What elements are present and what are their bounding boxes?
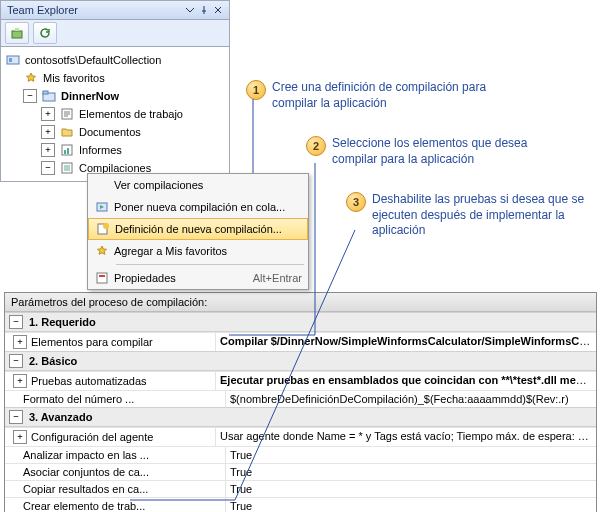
row-items-to-build[interactable]: +Elementos para compilar Compilar $/Dinn…	[5, 332, 596, 351]
svg-rect-8	[64, 150, 66, 154]
panel-toolbar	[1, 20, 229, 47]
section-required[interactable]: −1. Requerido	[5, 312, 596, 332]
panel-titlebar: Team Explorer	[1, 1, 229, 20]
expand-icon[interactable]: +	[41, 107, 55, 121]
section-basic[interactable]: −2. Básico	[5, 351, 596, 371]
svg-rect-5	[43, 91, 48, 94]
reports-label: Informes	[79, 144, 122, 156]
menu-view-builds[interactable]: Ver compilaciones	[88, 174, 308, 196]
svg-rect-0	[12, 31, 22, 38]
row-number-format[interactable]: Formato del número ...$(nombreDeDefinici…	[5, 390, 596, 407]
folder-icon	[59, 125, 75, 139]
workitems-icon	[59, 107, 75, 121]
server-icon	[5, 53, 21, 67]
context-menu: Ver compilaciones Poner nueva compilació…	[87, 173, 309, 290]
callout-number-2: 2	[306, 136, 326, 156]
row-agent[interactable]: +Configuración del agente Usar agente do…	[5, 427, 596, 446]
menu-separator	[116, 264, 304, 265]
row-auto-tests[interactable]: +Pruebas automatizadas Ejecutar pruebas …	[5, 371, 596, 390]
expand-icon[interactable]: +	[13, 335, 27, 349]
collection-node[interactable]: contosotfs\DefaultCollection	[5, 51, 227, 69]
expand-icon[interactable]: +	[41, 125, 55, 139]
svg-rect-3	[9, 58, 12, 62]
project-node[interactable]: − DinnerNow	[5, 87, 227, 105]
dropdown-icon[interactable]	[185, 5, 195, 15]
svg-point-13	[103, 223, 109, 229]
documents-node[interactable]: + Documentos	[5, 123, 227, 141]
new-icon	[91, 222, 115, 236]
svg-rect-14	[97, 273, 107, 283]
svg-rect-2	[7, 56, 19, 64]
row-create-wi[interactable]: Crear elemento de trab...True	[5, 497, 596, 512]
team-explorer-panel: Team Explorer contosotfs\DefaultCollecti…	[0, 0, 230, 182]
star-icon	[90, 245, 114, 257]
shortcut-label: Alt+Entrar	[253, 272, 302, 284]
expand-icon[interactable]: +	[13, 374, 27, 388]
menu-new-build-definition[interactable]: Definición de nueva compilación...	[88, 218, 308, 240]
toolbar-button-1[interactable]	[5, 22, 29, 44]
callout-number-3: 3	[346, 192, 366, 212]
collapse-icon[interactable]: −	[9, 315, 23, 329]
properties-icon	[90, 271, 114, 285]
favorites-node[interactable]: Mis favoritos	[5, 69, 227, 87]
favorites-label: Mis favoritos	[43, 72, 105, 84]
collapse-icon[interactable]: −	[41, 161, 55, 175]
svg-rect-9	[67, 148, 69, 154]
callout-number-1: 1	[246, 80, 266, 100]
callout-text-1: Cree una definición de compilación para …	[272, 80, 507, 111]
menu-properties[interactable]: PropiedadesAlt+Entrar	[88, 267, 308, 289]
callout-text-3: Deshabilite las pruebas si desea que se …	[372, 192, 603, 239]
toolbar-refresh-button[interactable]	[33, 22, 57, 44]
menu-add-favorite[interactable]: Agregar a Mis favoritos	[88, 240, 308, 262]
builds-icon	[59, 161, 75, 175]
row-copy[interactable]: Copiar resultados en ca...True	[5, 480, 596, 497]
reports-node[interactable]: + Informes	[5, 141, 227, 159]
row-impact[interactable]: Analizar impacto en las ...True	[5, 446, 596, 463]
callout-1: 1Cree una definición de compilación para…	[246, 80, 507, 111]
callout-3: 3Deshabilite las pruebas si desea que se…	[346, 192, 603, 239]
svg-rect-1	[15, 28, 19, 31]
project-icon	[41, 89, 57, 103]
documents-label: Documentos	[79, 126, 141, 138]
collapse-icon[interactable]: −	[9, 354, 23, 368]
collection-label: contosotfs\DefaultCollection	[25, 54, 161, 66]
panel-title: Team Explorer	[7, 4, 78, 16]
close-icon[interactable]	[213, 5, 223, 15]
callout-2: 2Seleccione los elementos que desea comp…	[306, 136, 567, 167]
pin-icon[interactable]	[199, 5, 209, 15]
queue-icon	[90, 200, 114, 214]
collapse-icon[interactable]: −	[23, 89, 37, 103]
star-icon	[23, 71, 39, 85]
menu-queue-build[interactable]: Poner nueva compilación en cola...	[88, 196, 308, 218]
workitems-node[interactable]: + Elementos de trabajo	[5, 105, 227, 123]
workitems-label: Elementos de trabajo	[79, 108, 183, 120]
svg-rect-15	[99, 275, 105, 277]
build-process-parameters-grid: Parámetros del proceso de compilación: −…	[4, 292, 597, 512]
reports-icon	[59, 143, 75, 157]
callout-text-2: Seleccione los elementos que desea compi…	[332, 136, 567, 167]
row-associate[interactable]: Asociar conjuntos de ca...True	[5, 463, 596, 480]
project-label: DinnerNow	[61, 90, 119, 102]
expand-icon[interactable]: +	[41, 143, 55, 157]
grid-title: Parámetros del proceso de compilación:	[5, 293, 596, 312]
expand-icon[interactable]: +	[13, 430, 27, 444]
collapse-icon[interactable]: −	[9, 410, 23, 424]
section-advanced[interactable]: −3. Avanzado	[5, 407, 596, 427]
